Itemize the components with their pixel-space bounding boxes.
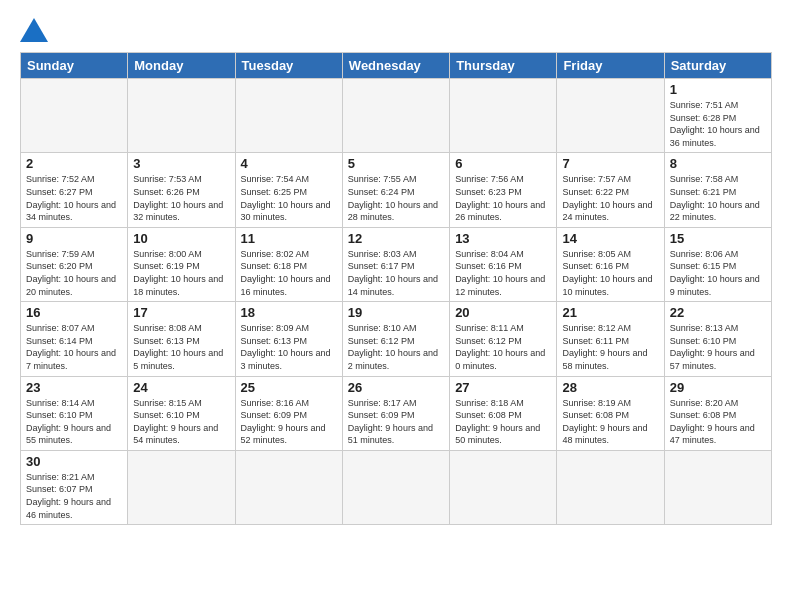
week-row-3: 9Sunrise: 7:59 AM Sunset: 6:20 PM Daylig… bbox=[21, 227, 772, 301]
day-number: 6 bbox=[455, 156, 551, 171]
day-cell: 2Sunrise: 7:52 AM Sunset: 6:27 PM Daylig… bbox=[21, 153, 128, 227]
day-info: Sunrise: 8:12 AM Sunset: 6:11 PM Dayligh… bbox=[562, 322, 658, 372]
day-info: Sunrise: 8:21 AM Sunset: 6:07 PM Dayligh… bbox=[26, 471, 122, 521]
day-info: Sunrise: 8:17 AM Sunset: 6:09 PM Dayligh… bbox=[348, 397, 444, 447]
day-number: 19 bbox=[348, 305, 444, 320]
weekday-wednesday: Wednesday bbox=[342, 53, 449, 79]
day-info: Sunrise: 8:15 AM Sunset: 6:10 PM Dayligh… bbox=[133, 397, 229, 447]
weekday-friday: Friday bbox=[557, 53, 664, 79]
day-info: Sunrise: 7:52 AM Sunset: 6:27 PM Dayligh… bbox=[26, 173, 122, 223]
day-number: 13 bbox=[455, 231, 551, 246]
day-number: 3 bbox=[133, 156, 229, 171]
day-number: 15 bbox=[670, 231, 766, 246]
day-cell: 8Sunrise: 7:58 AM Sunset: 6:21 PM Daylig… bbox=[664, 153, 771, 227]
logo bbox=[20, 18, 56, 42]
day-cell: 17Sunrise: 8:08 AM Sunset: 6:13 PM Dayli… bbox=[128, 302, 235, 376]
day-number: 24 bbox=[133, 380, 229, 395]
day-cell: 12Sunrise: 8:03 AM Sunset: 6:17 PM Dayli… bbox=[342, 227, 449, 301]
day-info: Sunrise: 7:55 AM Sunset: 6:24 PM Dayligh… bbox=[348, 173, 444, 223]
day-cell bbox=[557, 450, 664, 524]
day-cell: 22Sunrise: 8:13 AM Sunset: 6:10 PM Dayli… bbox=[664, 302, 771, 376]
day-info: Sunrise: 7:51 AM Sunset: 6:28 PM Dayligh… bbox=[670, 99, 766, 149]
day-cell: 1Sunrise: 7:51 AM Sunset: 6:28 PM Daylig… bbox=[664, 79, 771, 153]
day-cell: 24Sunrise: 8:15 AM Sunset: 6:10 PM Dayli… bbox=[128, 376, 235, 450]
day-number: 23 bbox=[26, 380, 122, 395]
weekday-thursday: Thursday bbox=[450, 53, 557, 79]
day-cell: 4Sunrise: 7:54 AM Sunset: 6:25 PM Daylig… bbox=[235, 153, 342, 227]
day-number: 9 bbox=[26, 231, 122, 246]
day-cell: 9Sunrise: 7:59 AM Sunset: 6:20 PM Daylig… bbox=[21, 227, 128, 301]
day-cell: 3Sunrise: 7:53 AM Sunset: 6:26 PM Daylig… bbox=[128, 153, 235, 227]
day-cell bbox=[664, 450, 771, 524]
day-cell: 19Sunrise: 8:10 AM Sunset: 6:12 PM Dayli… bbox=[342, 302, 449, 376]
day-info: Sunrise: 7:57 AM Sunset: 6:22 PM Dayligh… bbox=[562, 173, 658, 223]
day-cell bbox=[128, 79, 235, 153]
weekday-header-row: SundayMondayTuesdayWednesdayThursdayFrid… bbox=[21, 53, 772, 79]
day-info: Sunrise: 8:08 AM Sunset: 6:13 PM Dayligh… bbox=[133, 322, 229, 372]
day-number: 28 bbox=[562, 380, 658, 395]
calendar-table: SundayMondayTuesdayWednesdayThursdayFrid… bbox=[20, 52, 772, 525]
day-cell: 20Sunrise: 8:11 AM Sunset: 6:12 PM Dayli… bbox=[450, 302, 557, 376]
day-info: Sunrise: 8:02 AM Sunset: 6:18 PM Dayligh… bbox=[241, 248, 337, 298]
day-number: 5 bbox=[348, 156, 444, 171]
day-number: 17 bbox=[133, 305, 229, 320]
day-number: 4 bbox=[241, 156, 337, 171]
day-cell bbox=[342, 79, 449, 153]
day-number: 16 bbox=[26, 305, 122, 320]
day-cell: 5Sunrise: 7:55 AM Sunset: 6:24 PM Daylig… bbox=[342, 153, 449, 227]
day-cell bbox=[21, 79, 128, 153]
day-cell bbox=[557, 79, 664, 153]
day-number: 10 bbox=[133, 231, 229, 246]
day-cell bbox=[235, 79, 342, 153]
day-cell: 14Sunrise: 8:05 AM Sunset: 6:16 PM Dayli… bbox=[557, 227, 664, 301]
day-number: 20 bbox=[455, 305, 551, 320]
week-row-6: 30Sunrise: 8:21 AM Sunset: 6:07 PM Dayli… bbox=[21, 450, 772, 524]
day-cell: 13Sunrise: 8:04 AM Sunset: 6:16 PM Dayli… bbox=[450, 227, 557, 301]
week-row-1: 1Sunrise: 7:51 AM Sunset: 6:28 PM Daylig… bbox=[21, 79, 772, 153]
day-cell: 16Sunrise: 8:07 AM Sunset: 6:14 PM Dayli… bbox=[21, 302, 128, 376]
day-cell: 25Sunrise: 8:16 AM Sunset: 6:09 PM Dayli… bbox=[235, 376, 342, 450]
day-cell bbox=[342, 450, 449, 524]
weekday-monday: Monday bbox=[128, 53, 235, 79]
page: SundayMondayTuesdayWednesdayThursdayFrid… bbox=[0, 0, 792, 535]
day-number: 29 bbox=[670, 380, 766, 395]
day-number: 27 bbox=[455, 380, 551, 395]
day-number: 25 bbox=[241, 380, 337, 395]
day-cell: 30Sunrise: 8:21 AM Sunset: 6:07 PM Dayli… bbox=[21, 450, 128, 524]
day-cell bbox=[450, 79, 557, 153]
day-info: Sunrise: 7:54 AM Sunset: 6:25 PM Dayligh… bbox=[241, 173, 337, 223]
day-cell bbox=[128, 450, 235, 524]
week-row-2: 2Sunrise: 7:52 AM Sunset: 6:27 PM Daylig… bbox=[21, 153, 772, 227]
day-info: Sunrise: 8:04 AM Sunset: 6:16 PM Dayligh… bbox=[455, 248, 551, 298]
day-info: Sunrise: 8:20 AM Sunset: 6:08 PM Dayligh… bbox=[670, 397, 766, 447]
day-info: Sunrise: 7:56 AM Sunset: 6:23 PM Dayligh… bbox=[455, 173, 551, 223]
day-info: Sunrise: 7:59 AM Sunset: 6:20 PM Dayligh… bbox=[26, 248, 122, 298]
day-cell bbox=[235, 450, 342, 524]
week-row-4: 16Sunrise: 8:07 AM Sunset: 6:14 PM Dayli… bbox=[21, 302, 772, 376]
day-number: 22 bbox=[670, 305, 766, 320]
logo-triangle bbox=[20, 18, 48, 42]
day-info: Sunrise: 8:05 AM Sunset: 6:16 PM Dayligh… bbox=[562, 248, 658, 298]
weekday-tuesday: Tuesday bbox=[235, 53, 342, 79]
day-number: 11 bbox=[241, 231, 337, 246]
day-info: Sunrise: 8:07 AM Sunset: 6:14 PM Dayligh… bbox=[26, 322, 122, 372]
header bbox=[20, 18, 772, 42]
day-cell: 28Sunrise: 8:19 AM Sunset: 6:08 PM Dayli… bbox=[557, 376, 664, 450]
day-info: Sunrise: 8:00 AM Sunset: 6:19 PM Dayligh… bbox=[133, 248, 229, 298]
day-info: Sunrise: 7:58 AM Sunset: 6:21 PM Dayligh… bbox=[670, 173, 766, 223]
day-info: Sunrise: 8:11 AM Sunset: 6:12 PM Dayligh… bbox=[455, 322, 551, 372]
day-cell: 6Sunrise: 7:56 AM Sunset: 6:23 PM Daylig… bbox=[450, 153, 557, 227]
day-info: Sunrise: 8:06 AM Sunset: 6:15 PM Dayligh… bbox=[670, 248, 766, 298]
day-cell bbox=[450, 450, 557, 524]
day-number: 1 bbox=[670, 82, 766, 97]
weekday-saturday: Saturday bbox=[664, 53, 771, 79]
day-cell: 7Sunrise: 7:57 AM Sunset: 6:22 PM Daylig… bbox=[557, 153, 664, 227]
day-info: Sunrise: 8:10 AM Sunset: 6:12 PM Dayligh… bbox=[348, 322, 444, 372]
day-cell: 21Sunrise: 8:12 AM Sunset: 6:11 PM Dayli… bbox=[557, 302, 664, 376]
day-info: Sunrise: 8:09 AM Sunset: 6:13 PM Dayligh… bbox=[241, 322, 337, 372]
day-cell: 15Sunrise: 8:06 AM Sunset: 6:15 PM Dayli… bbox=[664, 227, 771, 301]
day-number: 26 bbox=[348, 380, 444, 395]
day-info: Sunrise: 8:16 AM Sunset: 6:09 PM Dayligh… bbox=[241, 397, 337, 447]
day-number: 18 bbox=[241, 305, 337, 320]
day-number: 12 bbox=[348, 231, 444, 246]
